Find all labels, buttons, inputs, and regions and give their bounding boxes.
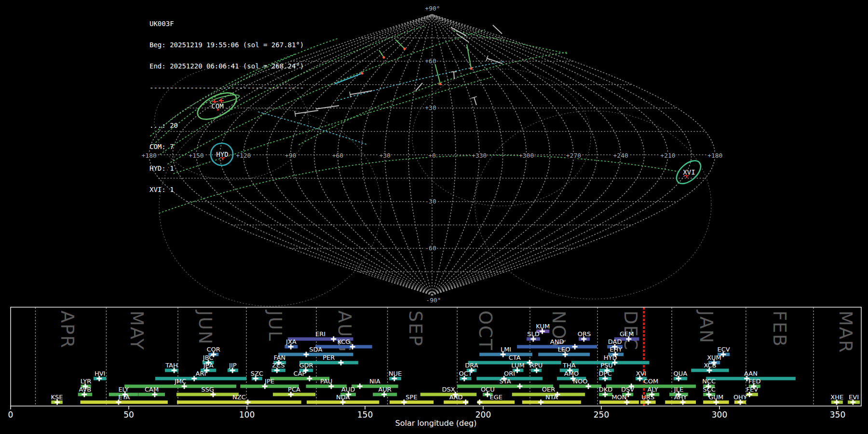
shower-EVI: EVI bbox=[848, 393, 860, 405]
shower-label-AMO: AMO bbox=[564, 370, 579, 377]
shower-label-OCU: OCU bbox=[481, 386, 495, 393]
shower-label-OHY: OHY bbox=[733, 393, 747, 401]
peak-marker-SDA bbox=[303, 352, 309, 357]
shower-XCB: XCB bbox=[691, 362, 729, 373]
shower-DPC: DPC bbox=[599, 370, 612, 381]
shower-label-PCA: PCA bbox=[288, 386, 300, 393]
shower-label-KCG: KCG bbox=[337, 338, 350, 345]
shower-label-KUM: KUM bbox=[536, 323, 550, 330]
shower-EGE: EGE bbox=[477, 393, 515, 405]
shower-TAH: TAH bbox=[165, 362, 178, 373]
shower-label-LEO: LEO bbox=[558, 346, 570, 353]
peak-marker-AND bbox=[572, 344, 578, 350]
svg-text:-60: -60 bbox=[425, 244, 436, 252]
shower-label-ETA: ETA bbox=[118, 393, 130, 401]
shower-label-JPE: JPE bbox=[264, 378, 274, 385]
month-label-MAY: MAY bbox=[126, 311, 147, 351]
shower-label-EGE: EGE bbox=[489, 393, 502, 401]
shower-RPU: RPU bbox=[530, 362, 542, 373]
shower-label-DPC: DPC bbox=[599, 370, 612, 377]
shower-DKD: DKD bbox=[599, 386, 613, 397]
shower-label-ARI: ARI bbox=[196, 370, 206, 377]
shower-label-ZCS: ZCS bbox=[272, 362, 285, 369]
shower-label-NUE: NUE bbox=[389, 370, 402, 377]
shower-label-CTA: CTA bbox=[509, 354, 521, 361]
shower-AVB: AVB bbox=[78, 386, 92, 397]
svg-text:+60: +60 bbox=[332, 152, 343, 159]
shower-label-COM: COM bbox=[644, 378, 659, 385]
shower-label-EHY: EHY bbox=[610, 346, 622, 353]
month-label-APR: APR bbox=[57, 311, 78, 349]
shower-label-CAM: CAM bbox=[145, 386, 159, 393]
shower-QUA: QUA bbox=[674, 370, 688, 381]
shower-label-AAN: AAN bbox=[744, 370, 758, 377]
shower-label-NCC: NCC bbox=[702, 378, 716, 385]
shower-label-OCT: OCT bbox=[459, 370, 472, 377]
shower-label-HVI: HVI bbox=[95, 370, 106, 377]
shower-label-NZC: NZC bbox=[232, 393, 246, 401]
shower-label-XUM: XUM bbox=[707, 354, 721, 361]
shower-label-GDR: GDR bbox=[299, 362, 313, 369]
shower-NDA: NDA bbox=[307, 393, 379, 405]
activity-timeline: APRMAYJUNJULAUGSEPOCTNOVDECJANFEBMARKUME… bbox=[8, 307, 861, 428]
shower-ZCS: ZCS bbox=[271, 362, 285, 373]
shower-label-ALY: ALY bbox=[647, 386, 658, 393]
shower-NUE: NUE bbox=[389, 370, 402, 381]
station-id: UK003F bbox=[149, 20, 304, 27]
svg-text:150: 150 bbox=[357, 410, 373, 420]
shower-label-PSU: PSU bbox=[600, 362, 613, 369]
shower-FEV: FEV bbox=[746, 386, 759, 397]
shower-label-OER: OER bbox=[542, 386, 555, 393]
radiant-XVI: XVI bbox=[672, 156, 705, 188]
peak-marker-NTA bbox=[538, 400, 543, 405]
peak-marker-PER bbox=[339, 360, 344, 366]
shower-label-SDA: SDA bbox=[309, 346, 322, 353]
shower-label-GUM: GUM bbox=[708, 393, 723, 401]
shower-SLD: SLD bbox=[527, 330, 540, 342]
radiant-map-page: COMHYDXVI+180+150+120+90+60+30+0+330+300… bbox=[0, 0, 868, 434]
shower-label-FEV: FEV bbox=[746, 386, 759, 393]
shower-label-AHY: AHY bbox=[674, 393, 687, 401]
month-label-JUL: JUL bbox=[265, 310, 285, 342]
svg-text:+270: +270 bbox=[566, 152, 581, 159]
shower-label-AUD: AUD bbox=[341, 386, 355, 393]
svg-text:+180: +180 bbox=[707, 152, 722, 159]
count-HYD: HYD: 1 bbox=[149, 165, 304, 172]
shower-label-THA: THA bbox=[562, 362, 576, 369]
shower-label-XCB: XCB bbox=[704, 362, 716, 369]
shower-label-TAH: TAH bbox=[165, 362, 178, 369]
shower-HVI: HVI bbox=[94, 370, 106, 381]
count-COM: COM: 7 bbox=[149, 143, 304, 150]
end-time: End: 20251220 06:06:41 (sol = 268.24°) bbox=[149, 63, 304, 70]
shower-label-JEA: JEA bbox=[203, 362, 214, 369]
month-label-FEB: FEB bbox=[769, 311, 790, 347]
shower-label-FED: FED bbox=[748, 378, 761, 385]
shower-label-DSX: DSX bbox=[442, 386, 455, 393]
svg-text:350: 350 bbox=[830, 410, 845, 420]
svg-text:-30: -30 bbox=[425, 198, 436, 205]
shower-label-AUR: AUR bbox=[378, 386, 391, 393]
x-axis: 050100150200250300350 bbox=[8, 406, 846, 420]
shower-label-ERI: ERI bbox=[315, 330, 326, 338]
shower-label-JBC: JBC bbox=[203, 354, 214, 361]
shower-label-EVI: EVI bbox=[849, 393, 859, 401]
shower-label-STA: STA bbox=[500, 378, 511, 385]
shower-label-JMC: JMC bbox=[174, 378, 186, 385]
shower-label-ELY: ELY bbox=[118, 386, 129, 393]
shower-ORS: ORS bbox=[578, 330, 591, 342]
shower-label-LUM: LUM bbox=[511, 362, 524, 369]
shower-label-HYD: HYD bbox=[604, 354, 617, 361]
peak-marker-EGE bbox=[477, 400, 482, 405]
current-sol-marker bbox=[643, 307, 644, 406]
shower-label-RPU: RPU bbox=[530, 362, 542, 369]
shower-label-LMI: LMI bbox=[501, 346, 511, 353]
count-XVI: XVI: 1 bbox=[149, 186, 304, 193]
svg-text:+30: +30 bbox=[379, 152, 390, 159]
svg-text:0: 0 bbox=[8, 410, 14, 420]
spacer bbox=[149, 106, 304, 108]
peak-marker-NZC bbox=[245, 400, 250, 405]
month-label-SEP: SEP bbox=[405, 311, 426, 347]
shower-label-PAU: PAU bbox=[320, 378, 332, 385]
shower-label-NTA: NTA bbox=[545, 393, 558, 401]
shower-label-JLE: JLE bbox=[674, 386, 683, 393]
